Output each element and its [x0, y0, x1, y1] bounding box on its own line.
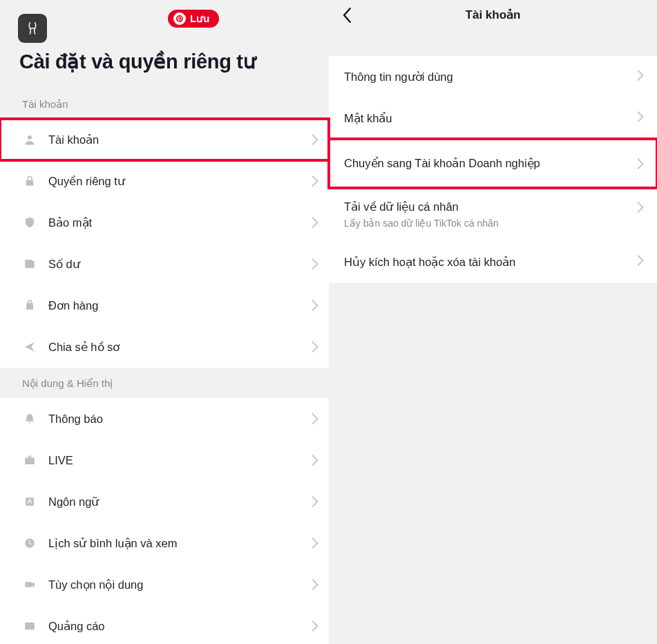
share-icon: [21, 341, 39, 353]
chevron-right-icon: [311, 455, 319, 466]
back-button[interactable]: [343, 8, 352, 23]
person-icon: [21, 133, 39, 146]
row-content-preferences[interactable]: Tùy chọn nội dung: [0, 564, 329, 605]
row-switch-business[interactable]: Chuyển sang Tài khoản Doanh nghiệp: [329, 139, 657, 188]
row-sublabel: Lấy bản sao dữ liệu TikTok cá nhân: [344, 218, 642, 229]
row-notifications[interactable]: Thông báo: [0, 398, 329, 439]
row-label: Tài khoản: [48, 133, 311, 146]
clock-icon: [21, 537, 39, 549]
bag-icon: [21, 299, 39, 312]
row-live[interactable]: LIVE: [0, 439, 329, 481]
row-label: Đơn hàng: [48, 299, 311, 312]
svg-rect-4: [25, 457, 35, 464]
row-deactivate-delete[interactable]: Hủy kích hoạt hoặc xóa tài khoản: [329, 241, 657, 283]
chevron-right-icon: [636, 158, 645, 169]
save-pill-button[interactable]: Lưu: [168, 10, 219, 28]
row-label: Hủy kích hoạt hoặc xóa tài khoản: [344, 256, 642, 269]
row-label: Chuyển sang Tài khoản Doanh nghiệp: [344, 157, 642, 170]
settings-group-content: Thông báo LIVE Ngôn ngữ Lịch sử bình luậ…: [0, 398, 329, 644]
chevron-right-icon: [311, 579, 319, 590]
settings-group-account: Tài khoản Quyền riêng tư Bảo mật Số dư Đ: [0, 119, 329, 368]
chevron-right-icon: [636, 202, 645, 213]
svg-rect-2: [25, 261, 35, 269]
ad-icon: [21, 620, 39, 632]
svg-rect-7: [25, 582, 32, 587]
row-label: Chia sẻ hồ sơ: [48, 341, 311, 354]
video-icon: [21, 578, 39, 591]
chevron-left-icon: [343, 8, 352, 23]
account-header-title: Tài khoản: [466, 8, 521, 22]
language-icon: [21, 495, 39, 508]
lock-icon: [21, 175, 39, 187]
row-label: Thông báo: [48, 413, 311, 426]
chevron-right-icon: [311, 134, 319, 145]
chevron-right-icon: [636, 255, 645, 266]
chevron-right-icon: [311, 217, 319, 228]
shield-icon: [21, 216, 39, 229]
bell-icon: [21, 413, 39, 425]
row-label: Ngôn ngữ: [48, 495, 311, 509]
svg-rect-8: [25, 623, 35, 630]
chevron-right-icon: [311, 496, 319, 507]
row-orders[interactable]: Đơn hàng: [0, 285, 329, 326]
row-label: Lịch sử bình luận và xem: [48, 537, 311, 550]
row-label: LIVE: [48, 454, 311, 467]
chevron-right-icon: [311, 300, 319, 311]
row-label: Tải về dữ liệu cá nhân: [344, 200, 642, 214]
pinterest-icon: [173, 12, 186, 25]
tv-icon: [21, 454, 39, 466]
app-badge-icon: [18, 14, 47, 43]
row-security[interactable]: Bảo mật: [0, 202, 329, 243]
svg-rect-1: [26, 180, 34, 186]
settings-list: Tài khoản Tài khoản Quyền riêng tư Bảo m…: [0, 88, 329, 644]
row-history[interactable]: Lịch sử bình luận và xem: [0, 522, 329, 564]
row-label: Mật khẩu: [344, 112, 642, 125]
account-panel: Tài khoản Thông tin người dùng Mật khẩu …: [329, 0, 657, 644]
row-privacy[interactable]: Quyền riêng tư: [0, 160, 329, 202]
chevron-right-icon: [311, 341, 319, 352]
row-balance[interactable]: Số dư: [0, 243, 329, 285]
wallet-icon: [21, 258, 39, 270]
svg-point-0: [28, 135, 32, 140]
row-label: Tùy chọn nội dung: [48, 578, 311, 591]
row-download-data[interactable]: Tải về dữ liệu cá nhân Lấy bản sao dữ li…: [329, 188, 657, 241]
row-password[interactable]: Mật khẩu: [329, 97, 657, 139]
page-title: Cài đặt và quyền riêng tư: [19, 50, 255, 73]
chevron-right-icon: [636, 111, 645, 122]
settings-panel: Lưu Cài đặt và quyền riêng tư Tài khoản …: [0, 0, 329, 644]
chevron-right-icon: [311, 258, 319, 269]
section-label-account: Tài khoản: [0, 88, 329, 119]
account-rows: Thông tin người dùng Mật khẩu Chuyển san…: [329, 56, 657, 283]
account-header: Tài khoản: [329, 0, 657, 30]
row-label: Quảng cáo: [48, 620, 311, 633]
row-label: Quyền riêng tư: [48, 175, 311, 188]
row-ads[interactable]: Quảng cáo: [0, 605, 329, 644]
svg-rect-3: [25, 260, 32, 262]
chevron-right-icon: [636, 70, 645, 81]
chevron-right-icon: [311, 176, 319, 187]
save-pill-label: Lưu: [190, 12, 209, 25]
chevron-right-icon: [311, 538, 319, 549]
row-label: Số dư: [48, 258, 311, 271]
row-label: Bảo mật: [48, 216, 311, 229]
row-label: Thông tin người dùng: [344, 70, 642, 84]
section-label-content: Nội dung & Hiển thị: [0, 368, 329, 398]
chevron-right-icon: [311, 621, 319, 632]
row-share-profile[interactable]: Chia sẻ hồ sơ: [0, 326, 329, 368]
row-user-info[interactable]: Thông tin người dùng: [329, 56, 657, 97]
row-account[interactable]: Tài khoản: [0, 119, 329, 160]
chevron-right-icon: [311, 413, 319, 424]
row-language[interactable]: Ngôn ngữ: [0, 481, 329, 522]
